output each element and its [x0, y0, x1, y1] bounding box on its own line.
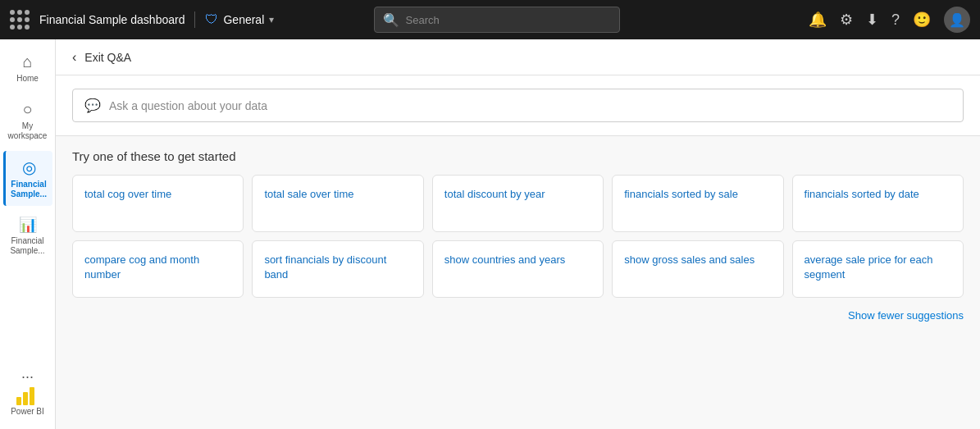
- svg-rect-0: [16, 397, 21, 405]
- suggestion-card-show-gross-sales-and-sales[interactable]: show gross sales and sales: [612, 240, 783, 298]
- bell-icon[interactable]: 🔔: [809, 11, 827, 29]
- sidebar-financial-1-label: Financial Sample...: [9, 180, 49, 199]
- chevron-down-icon: ▾: [269, 14, 274, 25]
- global-search[interactable]: 🔍: [374, 7, 620, 33]
- back-button[interactable]: ‹: [72, 50, 76, 65]
- suggestions-grid: total cog over timetotal sale over timet…: [72, 175, 964, 298]
- search-input[interactable]: [406, 14, 611, 26]
- download-icon[interactable]: ⬇: [866, 11, 878, 29]
- nav-divider: [194, 11, 195, 28]
- workspace-label: General: [223, 13, 264, 26]
- suggestion-card-sort-financials-by-discount-band[interactable]: sort financials by discount band: [252, 240, 423, 298]
- help-icon[interactable]: ?: [891, 11, 900, 29]
- financial-sample-2-icon: 📊: [19, 216, 37, 234]
- suggestions-area: Try one of these to get started total co…: [56, 136, 980, 429]
- suggestion-card-compare-cog-and-month-number[interactable]: compare cog and month number: [72, 240, 244, 298]
- content-area: ‹ Exit Q&A 💬 Ask a question about your d…: [56, 39, 980, 429]
- suggestion-card-total-sale-over-time[interactable]: total sale over time: [252, 175, 423, 232]
- sidebar-item-my-workspace[interactable]: ○ My workspace: [3, 94, 52, 148]
- qa-input-placeholder: Ask a question about your data: [109, 99, 267, 112]
- suggestion-card-show-countries-and-years[interactable]: show countries and years: [432, 240, 604, 298]
- svg-rect-1: [23, 392, 28, 405]
- sidebar-home-label: Home: [16, 74, 39, 84]
- nav-icons: 🔔 ⚙ ⬇ ? 🙂 👤: [809, 7, 970, 33]
- suggestion-card-financials-sorted-by-sale[interactable]: financials sorted by sale: [612, 175, 783, 232]
- workspace-icon: ○: [22, 100, 32, 119]
- suggestion-card-average-sale-price-for-each-segment[interactable]: average sale price for each segment: [792, 240, 964, 298]
- chat-icon: 💬: [84, 98, 101, 113]
- exit-qa-label[interactable]: Exit Q&A: [84, 51, 131, 64]
- suggestion-card-total-cog-over-time[interactable]: total cog over time: [72, 175, 244, 232]
- svg-rect-2: [30, 387, 34, 405]
- apps-menu[interactable]: [10, 10, 30, 30]
- qa-input-area: 💬 Ask a question about your data: [56, 75, 980, 136]
- suggestion-card-total-discount-by-year[interactable]: total discount by year: [432, 175, 604, 232]
- avatar-icon: 👤: [949, 12, 965, 28]
- financial-sample-1-icon: ◎: [22, 157, 36, 177]
- nav-title: Financial Sample dashboard: [39, 13, 185, 26]
- sidebar-more[interactable]: ...: [21, 365, 34, 382]
- qa-header: ‹ Exit Q&A: [56, 39, 980, 75]
- sidebar-financial-2-label: Financial Sample...: [7, 236, 49, 256]
- suggestions-title: Try one of these to get started: [72, 149, 964, 163]
- sidebar-item-home[interactable]: ⌂ Home: [3, 46, 52, 90]
- gear-icon[interactable]: ⚙: [840, 11, 853, 29]
- qa-input-box[interactable]: 💬 Ask a question about your data: [72, 89, 964, 122]
- sidebar-workspace-label: My workspace: [7, 121, 49, 141]
- powerbi-icon: [16, 386, 38, 405]
- avatar[interactable]: 👤: [944, 7, 970, 33]
- sidebar-item-financial-sample-2[interactable]: 📊 Financial Sample...: [3, 209, 52, 262]
- emoji-icon[interactable]: 🙂: [913, 11, 931, 29]
- search-icon: 🔍: [383, 12, 399, 28]
- sidebar-powerbi[interactable]: Power BI: [11, 386, 44, 422]
- show-fewer-button[interactable]: Show fewer suggestions: [72, 309, 964, 322]
- sidebar-item-financial-sample-1[interactable]: ◎ Financial Sample...: [3, 151, 52, 206]
- top-nav: Financial Sample dashboard 🛡 General ▾ 🔍…: [0, 0, 980, 39]
- home-icon: ⌂: [22, 52, 32, 71]
- workspace-selector[interactable]: 🛡 General ▾: [205, 12, 274, 27]
- suggestion-card-financials-sorted-by-date[interactable]: financials sorted by date: [792, 175, 964, 232]
- powerbi-label: Power BI: [11, 407, 44, 416]
- main-layout: ⌂ Home ○ My workspace ◎ Financial Sample…: [0, 39, 980, 429]
- shield-icon: 🛡: [205, 12, 218, 27]
- sidebar: ⌂ Home ○ My workspace ◎ Financial Sample…: [0, 39, 56, 429]
